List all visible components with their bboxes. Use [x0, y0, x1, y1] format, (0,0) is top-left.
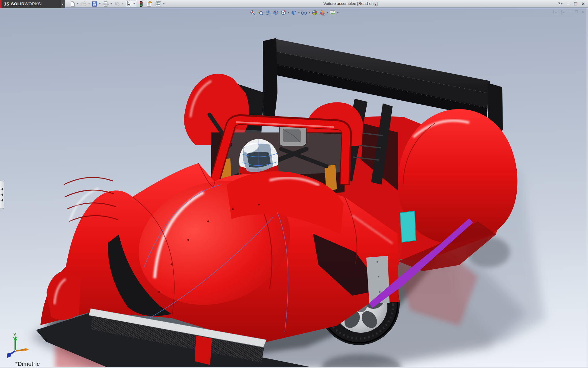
zoom-to-fit-icon [250, 10, 255, 16]
reference-triad: Y Z [4, 332, 31, 359]
options-checklist-icon [155, 1, 161, 7]
logo-text: SOLIDWORKS [11, 2, 41, 6]
display-style-icon [291, 10, 296, 16]
section-view-icon [273, 10, 278, 16]
title-bar: 3S SOLIDWORKS ▸ ▾ ▾ [0, 0, 588, 8]
collapse-arrow-icon [1, 188, 3, 190]
logo-red-strip [0, 0, 2, 8]
solidworks-logo: 3S SOLIDWORKS [0, 0, 61, 8]
collapse-arrow-icon [1, 194, 3, 196]
apply-scene-icon [319, 10, 325, 16]
print-dropdown[interactable]: ▾ [111, 2, 112, 5]
undo-arrow-icon [114, 1, 120, 7]
edit-appearance-button[interactable] [311, 10, 318, 16]
new-document-icon [70, 1, 75, 7]
window-controls: ?▾ ─ ❐ ✕ [558, 0, 585, 8]
window-title: Voiture assomblee [Read-only] [323, 1, 378, 6]
intake-mirror-box [279, 126, 306, 146]
pane-toggle-right-button[interactable]: ► [561, 10, 566, 14]
pane-toggle-left-button[interactable]: ◄ [553, 10, 558, 14]
save-button[interactable] [91, 0, 98, 7]
hide-show-items-dropdown[interactable]: ▾ [309, 11, 310, 14]
3ds-logo-icon: 3S [4, 1, 9, 6]
close-button[interactable]: ✕ [582, 2, 585, 6]
previous-view-button[interactable] [265, 10, 271, 16]
options-dropdown[interactable]: ▾ [163, 2, 164, 5]
side-window-teal [400, 211, 416, 242]
feature-manager-collapsed-tab[interactable] [0, 181, 4, 209]
save-dropdown[interactable]: ▾ [99, 2, 100, 5]
doc-close-button[interactable]: ✕ [581, 10, 584, 14]
previous-view-icon [265, 10, 271, 16]
open-dropdown[interactable]: ▾ [89, 2, 90, 5]
view-settings-icon [330, 10, 336, 16]
select-cursor-icon [127, 1, 131, 6]
print-button[interactable] [102, 0, 109, 7]
minimize-button[interactable]: ─ [567, 2, 569, 6]
document-window-controls: ◄ ► ─ ❐ ✕ [553, 10, 584, 14]
heads-up-view-toolbar: ▾ ▾ ▾ [247, 9, 341, 16]
view-orientation-button[interactable] [280, 10, 287, 16]
hide-show-items-button[interactable] [301, 10, 307, 16]
select-tool-dropdown[interactable]: ▾ [132, 1, 136, 7]
front-canard [47, 271, 81, 320]
print-icon [103, 1, 109, 7]
open-folder-icon [81, 1, 87, 7]
hide-show-items-icon [301, 10, 307, 16]
logo-text-solid: SOLID [11, 2, 24, 6]
open-document-button[interactable] [80, 0, 87, 7]
logo-text-works: WORKS [24, 2, 41, 6]
file-properties-icon [146, 1, 152, 7]
display-style-button[interactable] [290, 10, 297, 16]
zoom-to-area-icon [257, 10, 263, 16]
traffic-light-icon [139, 1, 143, 7]
zoom-to-fit-button[interactable] [249, 10, 256, 16]
triad-z-label: Z [7, 355, 9, 358]
zoom-to-area-button[interactable] [257, 10, 264, 16]
file-properties-button[interactable] [145, 0, 153, 7]
doc-minimize-button[interactable]: ─ [569, 10, 572, 14]
section-view-button[interactable] [272, 10, 279, 16]
select-tool-button[interactable] [126, 1, 132, 7]
new-dropdown[interactable]: ▾ [77, 2, 78, 5]
viewport-right-edge [586, 8, 588, 368]
view-settings-dropdown[interactable]: ▾ [337, 11, 338, 14]
edit-appearance-icon [312, 10, 318, 16]
grille-strut [195, 335, 212, 365]
undo-button[interactable] [113, 0, 121, 7]
collapse-arrow-icon [1, 199, 3, 201]
apply-scene-dropdown[interactable]: ▾ [327, 11, 328, 14]
view-settings-button[interactable] [329, 10, 336, 16]
options-button[interactable] [155, 0, 162, 7]
save-floppy-icon [92, 1, 97, 7]
main-toolbar: ▾ ▾ ▾ [69, 0, 165, 8]
graphics-viewport[interactable]: ▾ ▾ ▾ [0, 8, 588, 368]
doc-restore-button[interactable]: ❐ [575, 10, 578, 14]
menu-expand-arrow[interactable]: ▸ [61, 0, 65, 8]
view-orientation-label: *Dimetric [15, 361, 40, 367]
3d-scene [0, 8, 588, 368]
undo-dropdown[interactable]: ▾ [122, 2, 123, 5]
new-document-button[interactable] [69, 0, 76, 7]
view-orientation-icon [280, 10, 286, 16]
triad-y-label: Y [13, 332, 16, 337]
view-orientation-dropdown[interactable]: ▾ [288, 11, 289, 14]
apply-scene-button[interactable] [319, 10, 326, 16]
rebuild-button[interactable] [139, 0, 144, 7]
display-style-dropdown[interactable]: ▾ [298, 11, 300, 14]
help-dropdown[interactable]: ▾ [561, 2, 562, 5]
restore-button[interactable]: ❐ [574, 2, 577, 6]
help-button[interactable]: ?▾ [558, 2, 562, 6]
